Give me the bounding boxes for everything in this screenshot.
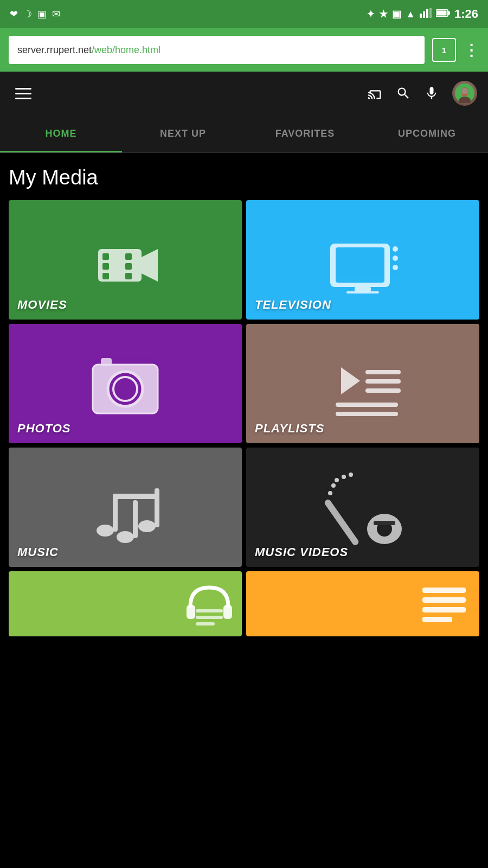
svg-rect-58 bbox=[223, 605, 232, 619]
svg-rect-36 bbox=[365, 370, 401, 374]
list-icon bbox=[420, 577, 468, 631]
svg-rect-2 bbox=[426, 9, 428, 18]
svg-rect-40 bbox=[336, 412, 398, 416]
search-button[interactable] bbox=[396, 86, 411, 101]
svg-point-33 bbox=[119, 382, 132, 395]
media-grid: MOVIES TE bbox=[9, 200, 479, 567]
bottom-tile-2[interactable] bbox=[246, 571, 479, 636]
mail-icon: ✉ bbox=[52, 8, 60, 20]
svg-point-10 bbox=[461, 88, 468, 94]
svg-marker-35 bbox=[341, 367, 360, 394]
signal-bars-icon bbox=[420, 8, 432, 21]
svg-rect-16 bbox=[102, 273, 109, 279]
url-path: /web/home.html bbox=[92, 44, 160, 56]
svg-rect-37 bbox=[365, 379, 401, 384]
svg-rect-42 bbox=[113, 494, 118, 532]
microphone-button[interactable] bbox=[424, 86, 439, 101]
browser-tab-count-button[interactable]: 1 bbox=[432, 38, 456, 62]
search-icon bbox=[396, 86, 411, 101]
svg-rect-65 bbox=[422, 617, 452, 622]
wifi-icon: ▲ bbox=[406, 9, 415, 20]
svg-rect-23 bbox=[346, 291, 379, 293]
svg-rect-3 bbox=[429, 8, 432, 18]
tab-upcoming[interactable]: UPCOMING bbox=[366, 115, 488, 152]
svg-rect-34 bbox=[101, 358, 112, 366]
tab-favorites-label: FAVORITES bbox=[275, 128, 335, 139]
svg-rect-22 bbox=[355, 287, 371, 291]
svg-rect-19 bbox=[125, 273, 132, 279]
iheartradio-icon: ❤ bbox=[10, 8, 18, 20]
status-time: 1:26 bbox=[454, 7, 478, 21]
svg-point-45 bbox=[138, 520, 156, 532]
photos-tile[interactable]: PHOTOS bbox=[9, 324, 242, 443]
hamburger-line-3 bbox=[15, 98, 31, 99]
svg-rect-64 bbox=[422, 607, 466, 612]
svg-point-43 bbox=[117, 531, 134, 543]
tab-count: 1 bbox=[442, 46, 446, 55]
playlists-tile[interactable]: PLAYLISTS bbox=[246, 324, 479, 443]
hamburger-menu-button[interactable] bbox=[11, 84, 36, 104]
svg-rect-6 bbox=[448, 11, 450, 15]
svg-point-41 bbox=[97, 525, 114, 537]
hamburger-line-1 bbox=[15, 88, 31, 90]
status-bar-right-icons: ✦ ★ ▣ ▲ 1:26 bbox=[367, 7, 478, 21]
navigation-tabs: HOME NEXT UP FAVORITES UPCOMING bbox=[0, 115, 488, 153]
svg-point-25 bbox=[393, 256, 398, 261]
svg-rect-57 bbox=[187, 605, 195, 619]
svg-rect-17 bbox=[125, 253, 132, 260]
svg-point-50 bbox=[335, 478, 339, 482]
svg-rect-0 bbox=[420, 14, 422, 18]
movies-label: MOVIES bbox=[17, 298, 67, 312]
playlists-label: PLAYLISTS bbox=[255, 422, 324, 436]
bottom-tiles bbox=[9, 571, 479, 636]
user-avatar bbox=[452, 81, 477, 106]
vibrate-icon: ▣ bbox=[392, 8, 401, 20]
tab-favorites[interactable]: FAVORITES bbox=[244, 115, 366, 152]
svg-rect-15 bbox=[102, 263, 109, 270]
musicvideos-label: MUSIC VIDEOS bbox=[255, 545, 348, 559]
tab-home-label: HOME bbox=[46, 128, 77, 139]
svg-rect-49 bbox=[323, 498, 359, 546]
browser-overflow-menu-button[interactable]: ⋮ bbox=[464, 41, 479, 59]
section-title: My Media bbox=[9, 166, 479, 189]
photos-label: PHOTOS bbox=[17, 422, 71, 436]
svg-point-52 bbox=[349, 473, 353, 477]
svg-rect-63 bbox=[422, 597, 466, 603]
music-tile[interactable]: MUSIC bbox=[9, 448, 242, 567]
toolbar-icons bbox=[368, 81, 477, 106]
svg-rect-5 bbox=[436, 10, 446, 15]
television-label: TELEVISION bbox=[255, 298, 331, 312]
television-tile[interactable]: TELEVISION bbox=[246, 200, 479, 320]
svg-rect-60 bbox=[196, 616, 223, 619]
cast-button[interactable] bbox=[368, 86, 383, 101]
main-content: My Media M bbox=[0, 153, 488, 645]
avatar-image bbox=[452, 81, 477, 106]
svg-rect-56 bbox=[374, 521, 395, 525]
svg-rect-44 bbox=[133, 500, 138, 538]
movies-tile[interactable]: MOVIES bbox=[9, 200, 242, 320]
status-bar-left-icons: ❤ ☽ ▣ ✉ bbox=[10, 8, 60, 20]
svg-rect-11 bbox=[462, 94, 467, 95]
bottom-tile-1[interactable] bbox=[9, 571, 242, 636]
musicvideos-tile[interactable]: MUSIC VIDEOS bbox=[246, 448, 479, 567]
bluetooth-icon: ✦ bbox=[367, 8, 375, 20]
svg-marker-13 bbox=[142, 249, 158, 282]
url-base: server.rrupert.net bbox=[17, 44, 92, 56]
svg-rect-1 bbox=[423, 11, 425, 18]
svg-rect-59 bbox=[196, 609, 223, 612]
battery-icon bbox=[436, 9, 450, 20]
hamburger-line-2 bbox=[15, 93, 31, 94]
svg-rect-62 bbox=[422, 588, 466, 593]
svg-point-24 bbox=[393, 246, 398, 252]
svg-point-53 bbox=[331, 483, 336, 488]
user-avatar-button[interactable] bbox=[452, 81, 477, 106]
tab-next-up[interactable]: NEXT UP bbox=[122, 115, 244, 152]
tab-home[interactable]: HOME bbox=[0, 115, 122, 152]
svg-point-51 bbox=[342, 475, 346, 479]
url-bar[interactable]: server.rrupert.net /web/home.html bbox=[9, 36, 425, 64]
tab-next-up-label: NEXT UP bbox=[160, 128, 206, 139]
svg-rect-61 bbox=[196, 622, 215, 626]
browser-bar: server.rrupert.net /web/home.html 1 ⋮ bbox=[0, 28, 488, 72]
star-icon: ★ bbox=[379, 8, 388, 20]
svg-rect-47 bbox=[113, 494, 159, 499]
